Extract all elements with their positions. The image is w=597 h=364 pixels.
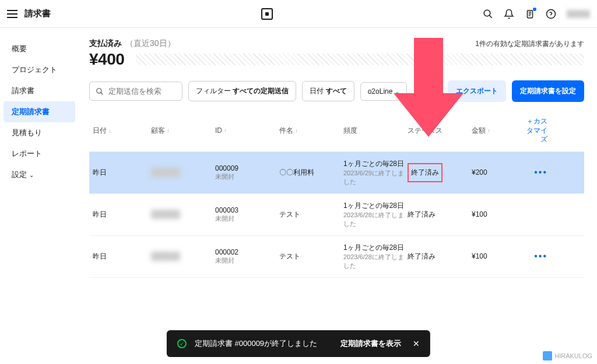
col-customer[interactable]: 顧客↑: [151, 126, 215, 136]
cell-subject: テスト: [279, 210, 343, 220]
cell-id: 000002未開封: [215, 248, 279, 265]
cell-id: 000003未開封: [215, 206, 279, 223]
col-status: ステータス: [408, 126, 472, 136]
row-actions-icon[interactable]: •••: [524, 251, 547, 261]
profile-pill[interactable]: o2oLine ⌄: [360, 82, 407, 101]
cell-status: 終了済み: [408, 210, 472, 220]
sidebar-item-label: 設定: [12, 169, 27, 180]
table-header: 日付↓ 顧客↑ ID↑ 件名↑ 頻度 ステータス 金額↑ ＋カスタマイズ: [89, 110, 584, 152]
sidebar-item-estimate[interactable]: 見積もり: [3, 122, 75, 143]
close-icon[interactable]: ✕: [413, 339, 420, 348]
main-content: 支払済み （直近30日） 1件の有効な定期請求書があります ¥400 フィルター…: [79, 28, 597, 364]
cell-customer: [151, 210, 215, 219]
search-input-wrapper[interactable]: [89, 82, 182, 101]
cell-subject: 〇〇利用料: [279, 168, 343, 178]
sidebar-item-overview[interactable]: 概要: [3, 38, 75, 59]
cell-customer: [151, 168, 215, 177]
filter-pill[interactable]: フィルター すべての定期送信: [188, 81, 296, 101]
page-title: 請求書: [24, 8, 51, 19]
col-freq: 頻度: [343, 126, 408, 136]
cell-status: 終了済み: [408, 163, 472, 182]
svg-point-0: [484, 10, 490, 16]
square-logo: [261, 8, 273, 20]
svg-line-9: [101, 92, 103, 94]
toast: 定期請求書 #000009が終了しました 定期請求書を表示 ✕: [167, 330, 430, 357]
watermark: HIRAKULOG: [543, 351, 592, 361]
sidebar: 概要 プロジェクト 請求書 定期請求書 見積もり レポート 設定 ⌄: [0, 28, 79, 364]
toast-action-link[interactable]: 定期請求書を表示: [340, 338, 401, 349]
cell-amount: ¥100: [472, 210, 524, 218]
clipboard-icon[interactable]: [525, 9, 535, 19]
chevron-down-icon: ⌄: [395, 89, 399, 95]
cell-freq: 1ヶ月ごとの毎28日2023/6/28に終了しました: [343, 201, 408, 228]
notice-text: 1件の有効な定期請求書があります: [475, 39, 584, 49]
table-row[interactable]: 昨日 000009未開封 〇〇利用料 1ヶ月ごとの毎28日2023/6/29に終…: [89, 152, 584, 194]
cell-id: 000009未開封: [215, 164, 279, 181]
cell-amount: ¥200: [472, 168, 524, 176]
sidebar-item-settings[interactable]: 設定 ⌄: [3, 164, 42, 185]
chevron-down-icon: ⌄: [29, 172, 34, 178]
cell-status: 終了済み: [408, 252, 472, 261]
status-text: 支払済み: [89, 38, 122, 49]
sidebar-item-invoice[interactable]: 請求書: [3, 80, 75, 101]
search-icon[interactable]: [483, 9, 493, 19]
svg-point-8: [97, 88, 101, 93]
toast-message: 定期請求書 #000009が終了しました: [195, 338, 317, 349]
check-icon: [177, 339, 187, 348]
cell-date: 昨日: [93, 252, 151, 261]
account-label[interactable]: [567, 10, 590, 18]
invoice-table: 日付↓ 顧客↑ ID↑ 件名↑ 頻度 ステータス 金額↑ ＋カスタマイズ 昨日 …: [89, 110, 584, 278]
status-period: （直近30日）: [125, 38, 175, 49]
search-input[interactable]: [108, 87, 176, 96]
cell-subject: テスト: [279, 252, 343, 261]
export-button[interactable]: エクスポート: [448, 80, 506, 102]
hamburger-menu-icon[interactable]: [7, 10, 17, 18]
col-id[interactable]: ID↑: [215, 126, 279, 135]
sidebar-item-project[interactable]: プロジェクト: [3, 59, 75, 80]
watermark-text: HIRAKULOG: [554, 352, 592, 359]
col-subject[interactable]: 件名↑: [279, 126, 343, 136]
search-icon: [96, 87, 104, 96]
amount-total: ¥400: [89, 50, 124, 69]
sidebar-item-recurring[interactable]: 定期請求書: [3, 101, 75, 122]
cell-date: 昨日: [93, 210, 151, 220]
col-date[interactable]: 日付↓: [93, 126, 151, 136]
sidebar-item-report[interactable]: レポート: [3, 143, 75, 164]
cell-freq: 1ヶ月ごとの毎28日2023/6/29に終了しました: [343, 159, 408, 186]
progress-bar: [136, 54, 584, 65]
settings-button[interactable]: 定期請求書を設定: [512, 80, 584, 102]
table-row[interactable]: 昨日 000003未開封 テスト 1ヶ月ごとの毎28日2023/6/28に終了し…: [89, 194, 584, 236]
svg-line-1: [489, 15, 492, 18]
cell-amount: ¥100: [472, 252, 524, 260]
svg-point-6: [547, 9, 556, 18]
cell-date: 昨日: [93, 168, 151, 178]
help-icon[interactable]: [546, 9, 556, 19]
customize-link[interactable]: ＋カスタマイズ: [524, 117, 547, 144]
row-actions-icon[interactable]: •••: [524, 167, 547, 178]
bell-icon[interactable]: [504, 9, 514, 19]
table-row[interactable]: 昨日 000002未開封 テスト 1ヶ月ごとの毎28日2023/6/28に終了し…: [89, 236, 584, 278]
cell-freq: 1ヶ月ごとの毎28日2023/6/28に終了しました: [343, 243, 408, 270]
cell-customer: [151, 252, 215, 261]
col-amount[interactable]: 金額↑: [472, 126, 524, 136]
date-pill[interactable]: 日付 すべて: [302, 81, 354, 101]
watermark-logo: [543, 351, 552, 361]
